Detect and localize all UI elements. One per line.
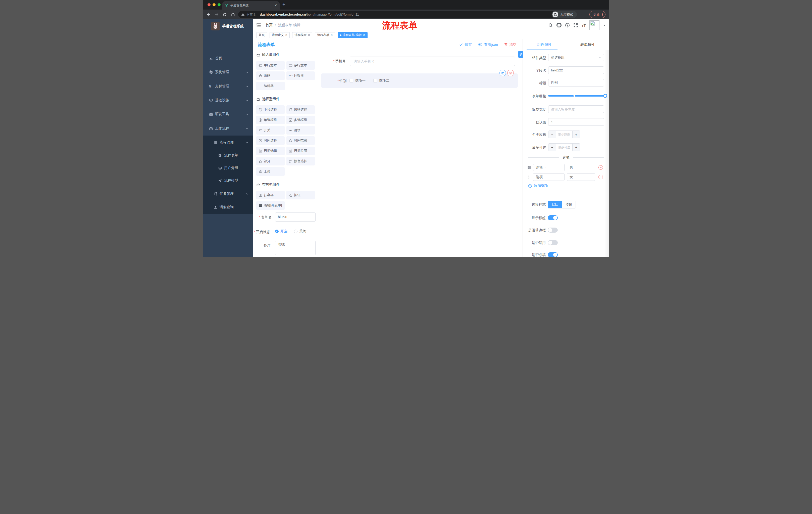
new-tab-button[interactable]: + [282, 2, 285, 7]
palette-item-radio-group[interactable]: 单选框组 [256, 116, 285, 124]
palette-item-upload[interactable]: 上传 [256, 167, 285, 176]
sidebar-item-system[interactable]: 系统管理 [203, 66, 253, 78]
palette-item-cascader[interactable]: 级联选择 [286, 105, 315, 114]
search-icon[interactable] [548, 23, 553, 28]
form-grid-slider[interactable] [548, 95, 605, 97]
component-type-select[interactable]: 多选框组 [548, 54, 604, 61]
tag-close-icon[interactable]: ✕ [330, 33, 332, 37]
option-value-input[interactable] [567, 173, 595, 181]
window-minimize-button[interactable] [212, 3, 215, 6]
palette-item-editor[interactable]: 编辑器 [256, 82, 285, 90]
palette-item-row-container[interactable]: 行容器 [256, 191, 285, 199]
collapse-sidebar-icon[interactable] [256, 23, 261, 27]
palette-item-color-picker[interactable]: 颜色选择 [286, 157, 315, 165]
tag-close-icon[interactable]: ✕ [285, 33, 287, 37]
palette-item-single-line-text[interactable]: 单行文本 [256, 61, 285, 70]
fullscreen-icon[interactable] [573, 23, 578, 28]
slider-handle[interactable] [603, 94, 607, 98]
sidebar-item-infrastructure[interactable]: 基础设施 [203, 94, 253, 107]
sidebar-item-user-groups[interactable]: 用户分组 [203, 162, 253, 174]
save-button[interactable]: 保存 [459, 42, 472, 47]
tag-close-icon[interactable]: ✕ [308, 33, 310, 37]
decrement-button[interactable]: − [548, 131, 556, 138]
browser-update-button[interactable]: 更新 [589, 11, 606, 18]
checkbox-icon[interactable] [373, 79, 377, 82]
drag-handle-icon[interactable] [527, 165, 531, 169]
tag-process-form-edit[interactable]: 流程表单-编辑✕ [338, 32, 368, 38]
add-option-button[interactable]: 添加选项 [528, 184, 548, 188]
palette-item-table[interactable]: 表格[开发中] [256, 201, 285, 210]
palette-item-button[interactable]: 按钮 [286, 191, 315, 199]
sidebar-item-payment[interactable]: ¥ 支付管理 [203, 80, 253, 92]
sidebar-item-dev-tools[interactable]: 研发工具 [203, 108, 253, 120]
font-size-icon[interactable]: ᴛT [582, 23, 586, 27]
sidebar-item-task-management[interactable]: 任务管理 [203, 188, 253, 200]
default-value-input[interactable] [548, 118, 604, 126]
palette-item-counter[interactable]: 123 计数器 [286, 72, 315, 80]
max-select-input[interactable] [556, 143, 573, 151]
option-style-button[interactable]: 按钮 [562, 201, 576, 208]
sidebar-item-process-management[interactable]: 流程管理 [203, 136, 253, 149]
min-select-input[interactable] [556, 131, 573, 138]
palette-item-switch[interactable]: 开关 [256, 126, 285, 135]
sidebar-item-process-model[interactable]: 流程模型 [203, 174, 253, 187]
gender-option-1[interactable]: 选项一 [349, 78, 366, 83]
sidebar-item-process-form[interactable]: 流程表单 [203, 149, 253, 162]
tab-close-icon[interactable]: ✕ [274, 3, 277, 7]
gender-option-2[interactable]: 选项二 [373, 78, 389, 83]
title-input[interactable] [548, 79, 604, 86]
browser-menu-icon[interactable] [602, 13, 603, 16]
remark-textarea[interactable]: 嘿嘿 [275, 241, 316, 255]
field-name-input[interactable] [548, 66, 604, 74]
reload-icon[interactable] [221, 12, 229, 17]
tag-home[interactable]: 首页 [257, 32, 267, 38]
selected-component-gender[interactable]: 性别 选项一 选项二 [321, 74, 518, 88]
address-bar[interactable]: 不安全 dashboard.yudao.iocoder.cn/bpm/manag… [238, 11, 575, 18]
clear-button[interactable]: 清空 [504, 42, 517, 47]
breadcrumb-home[interactable]: 首页 [266, 23, 272, 27]
palette-item-dropdown[interactable]: 下拉选择 [256, 105, 285, 114]
back-icon[interactable] [204, 12, 212, 17]
required-toggle[interactable] [548, 252, 558, 257]
avatar[interactable] [589, 20, 600, 30]
window-close-button[interactable] [207, 3, 210, 6]
home-icon[interactable] [229, 12, 237, 17]
radio-unselected-icon[interactable] [294, 229, 297, 233]
palette-item-date-picker[interactable]: 日期选择 [256, 146, 285, 155]
increment-button[interactable]: + [573, 143, 580, 151]
remove-option-button[interactable]: − [599, 165, 603, 170]
not-secure-badge[interactable]: 不安全 [241, 12, 256, 17]
tab-component-props[interactable]: 组件属性 [523, 39, 566, 50]
form-name-input[interactable] [275, 213, 316, 221]
checkbox-icon[interactable] [349, 79, 353, 82]
tag-process-definition[interactable]: 流程定义✕ [269, 32, 290, 38]
status-radio-off[interactable]: 关闭 [294, 229, 306, 234]
decrement-button[interactable]: − [548, 143, 556, 151]
show-label-toggle[interactable] [548, 215, 558, 220]
increment-button[interactable]: + [573, 131, 580, 138]
phone-input[interactable] [350, 57, 515, 66]
browser-tab[interactable]: 芋道管理系统 ✕ [222, 1, 280, 9]
tag-process-form[interactable]: 流程表单✕ [315, 32, 335, 38]
remove-option-button[interactable]: − [599, 175, 603, 179]
delete-component-button[interactable] [507, 70, 514, 76]
status-radio-on[interactable]: 开启 [275, 229, 287, 234]
tab-form-props[interactable]: 表单属性 [566, 39, 609, 50]
drag-handle-icon[interactable] [527, 175, 531, 179]
palette-item-date-range[interactable]: 日期范围 [286, 146, 315, 155]
disabled-toggle[interactable] [548, 240, 558, 245]
copy-component-button[interactable] [499, 70, 506, 76]
brand[interactable]: 芋道管理系统 [203, 21, 253, 31]
sidebar-item-home[interactable]: 首页 [203, 52, 253, 64]
palette-item-rate[interactable]: 评分 [256, 157, 285, 165]
border-toggle[interactable] [548, 227, 558, 233]
window-zoom-button[interactable] [218, 3, 221, 6]
palette-item-time-picker[interactable]: 时间选择 [256, 136, 285, 145]
tag-close-icon[interactable]: ✕ [363, 33, 365, 37]
palette-item-slider[interactable]: 滑块 [286, 126, 315, 135]
palette-item-time-range[interactable]: 时间范围 [286, 136, 315, 145]
view-json-button[interactable]: 查看json [478, 42, 498, 47]
sidebar-item-leave-query[interactable]: 请假查询 [203, 201, 253, 214]
label-width-input[interactable] [548, 105, 604, 113]
option-style-default[interactable]: 默认 [548, 201, 562, 208]
